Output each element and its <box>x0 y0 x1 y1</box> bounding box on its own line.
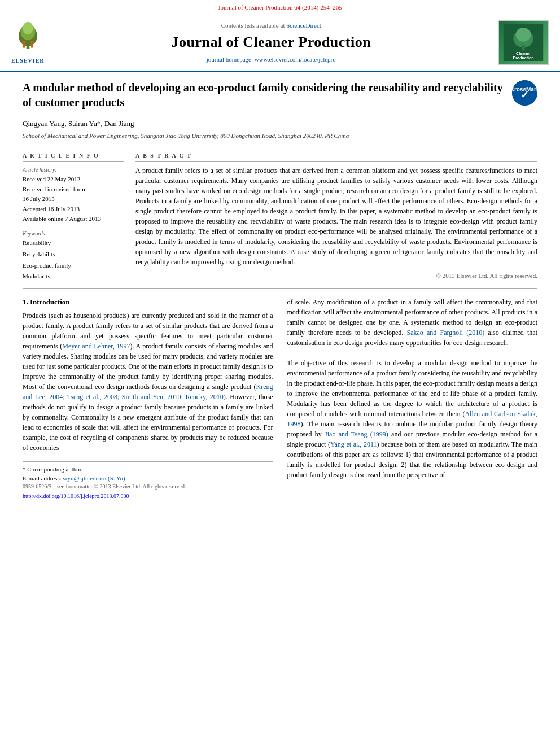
article-title-section: A modular method of developing an eco-pr… <box>23 80 537 114</box>
received-date: Received 22 May 2012 <box>23 174 124 185</box>
svg-rect-8 <box>31 43 33 47</box>
authors-text: Qingyan Yang, Suiran Yu*, Dan Jiang <box>23 119 134 128</box>
intro-right-text-1: of scale. Any modification of a product … <box>287 297 538 348</box>
svg-point-11 <box>516 28 531 42</box>
keyword-3: Eco-product family <box>23 260 124 272</box>
journal-header-center: Contents lists available at ScienceDirec… <box>45 21 498 64</box>
article-info-col: A R T I C L E I N F O Article history: R… <box>23 152 124 282</box>
journal-title: Journal of Cleaner Production <box>45 32 498 53</box>
article-info-label: A R T I C L E I N F O <box>23 152 124 162</box>
intro-heading-text: 1. Introduction <box>23 298 70 306</box>
corresponding-note: * Corresponding author. <box>23 465 273 474</box>
abstract-label: A B S T R A C T <box>135 152 537 162</box>
crossmark-badge[interactable]: CrossMark ✓ <box>512 80 537 106</box>
science-direct-line: Contents lists available at ScienceDirec… <box>45 21 498 30</box>
intro-right-col: of scale. Any modification of a product … <box>287 297 538 500</box>
main-content: 1. Introduction Products (such as househ… <box>23 297 537 500</box>
article-title: A modular method of developing an eco-pr… <box>23 80 504 110</box>
intro-left-text: Products (such as household products) ar… <box>23 311 273 453</box>
intro-left-col: 1. Introduction Products (such as househ… <box>23 297 273 500</box>
email-link[interactable]: sryu@sjtu.edu.cn (S. Yu). <box>63 475 126 482</box>
doi-link[interactable]: http://dx.doi.org/10.1016/j.jclepro.2013… <box>23 493 129 499</box>
cleaner-production-badge: Cleaner Production <box>498 20 549 65</box>
doi-line: http://dx.doi.org/10.1016/j.jclepro.2013… <box>23 492 273 500</box>
ref-kreng[interactable]: Kreng and Lee, 2004; Tseng et al., 2008;… <box>23 383 273 401</box>
history-label: Article history: <box>23 165 124 174</box>
article-info-abstract-layout: A R T I C L E I N F O Article history: R… <box>23 152 537 282</box>
keywords-section: Keywords: Reusability Recyclability Eco-… <box>23 230 124 282</box>
svg-rect-12 <box>522 45 524 51</box>
elsevier-label: ELSEVIER <box>11 57 45 65</box>
issn-line: 0959-6526/$ – see front matter © 2013 El… <box>23 483 273 491</box>
article-history: Article history: Received 22 May 2012 Re… <box>23 165 124 224</box>
elsevier-tree-icon <box>12 20 43 51</box>
copyright-line: © 2013 Elsevier Ltd. All rights reserved… <box>135 272 537 280</box>
keywords-label: Keywords: <box>23 230 124 238</box>
keyword-2: Recyclability <box>23 249 124 260</box>
svg-text:Cleaner: Cleaner <box>516 51 531 55</box>
article-body: A modular method of developing an eco-pr… <box>0 72 560 509</box>
svg-text:Production: Production <box>513 56 533 60</box>
homepage-link[interactable]: journal homepage: www.elsevier.com/locat… <box>207 56 336 63</box>
email-line: E-mail address: sryu@sjtu.edu.cn (S. Yu)… <box>23 474 273 483</box>
authors-line: Qingyan Yang, Suiran Yu*, Dan Jiang <box>23 119 537 129</box>
ref-meyer-lehner[interactable]: Meyer and Lehner, 1997 <box>62 342 130 350</box>
cleaner-prod-image: Cleaner Production <box>498 20 549 65</box>
abstract-col: A B S T R A C T A product family refers … <box>135 152 537 282</box>
available-date: Available online 7 August 2013 <box>23 214 124 224</box>
accepted-date: Accepted 16 July 2013 <box>23 204 124 215</box>
svg-point-7 <box>30 41 34 44</box>
ref-yang-2011[interactable]: Yang et al., 2011 <box>330 440 377 448</box>
affiliation-line: School of Mechanical and Power Engineeri… <box>23 132 537 140</box>
journal-homepage: journal homepage: www.elsevier.com/locat… <box>45 55 498 64</box>
svg-rect-6 <box>23 43 25 47</box>
svg-point-4 <box>23 22 33 34</box>
received-revised-label: Received in revised form <box>23 185 124 195</box>
keyword-1: Reusability <box>23 238 124 249</box>
keywords-list: Reusability Recyclability Eco-product fa… <box>23 238 124 282</box>
revised-date: 16 July 2013 <box>23 194 124 204</box>
ref-allen-carlson[interactable]: Allen and Carlson-Skalak, 1998 <box>287 410 537 428</box>
svg-point-5 <box>22 41 25 44</box>
abstract-text: A product family refers to a set of simi… <box>135 165 537 267</box>
journal-citation-bar: Journal of Cleaner Production 64 (2014) … <box>0 0 560 14</box>
journal-citation-text: Journal of Cleaner Production 64 (2014) … <box>218 4 342 11</box>
email-label: E-mail address: <box>23 475 62 482</box>
cleaner-prod-badge-svg: Cleaner Production <box>501 24 546 61</box>
ref-sakao-fargnoli[interactable]: Sakao and Fargnoli (2010) <box>407 329 485 337</box>
divider-2 <box>23 288 537 289</box>
keyword-4: Modularity <box>23 271 124 282</box>
divider-1 <box>23 146 537 146</box>
crossmark-icon[interactable]: CrossMark ✓ <box>512 80 537 106</box>
intro-heading: 1. Introduction <box>23 297 273 307</box>
crossmark-svg: CrossMark ✓ <box>512 80 537 106</box>
journal-header: ELSEVIER Contents lists available at Sci… <box>0 14 560 72</box>
ref-jiao-tseng[interactable]: Jiao and Tseng (1999) <box>325 430 388 438</box>
svg-text:✓: ✓ <box>520 89 529 101</box>
footnote-section: * Corresponding author. E-mail address: … <box>23 461 273 483</box>
elsevier-logo: ELSEVIER <box>11 20 45 65</box>
science-direct-link[interactable]: ScienceDirect <box>286 22 321 29</box>
intro-right-text-2: The objective of this research is to dev… <box>287 358 538 480</box>
